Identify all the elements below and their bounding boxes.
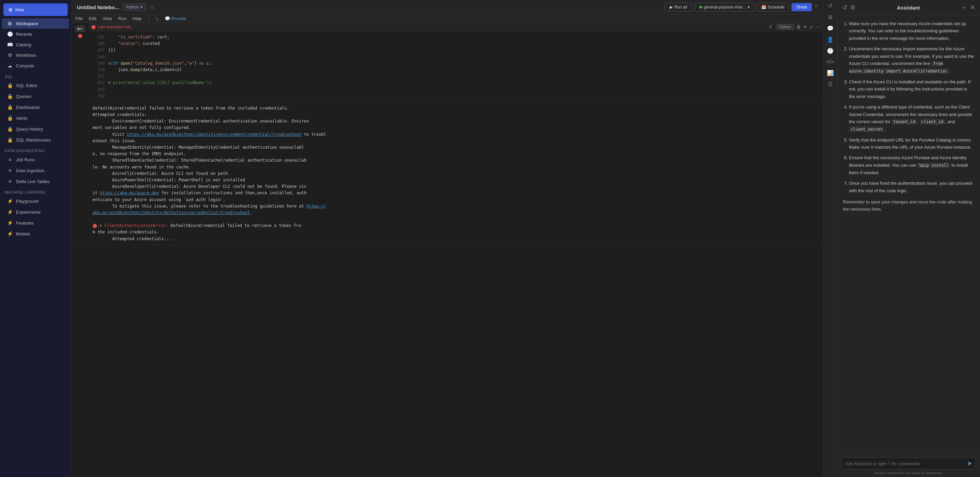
sidebar-item-compute[interactable]: ☁ Compute bbox=[2, 60, 69, 71]
provide-button[interactable]: 💬 Provide bbox=[165, 16, 186, 21]
panel-toggle-icon[interactable]: ☰ bbox=[828, 81, 833, 87]
assistant-close-button[interactable]: ✕ bbox=[970, 4, 975, 11]
main-content: Untitled Notebo... Python ▾ ☆ ▶ Run all … bbox=[72, 0, 823, 477]
new-button[interactable]: ⊕ New bbox=[3, 3, 68, 16]
azure-dev-link[interactable]: https://aka.ms/azure-dev bbox=[100, 191, 159, 195]
sidebar-item-catalog[interactable]: 📖 Catalog bbox=[2, 40, 69, 50]
features-icon: ⚡ bbox=[7, 220, 13, 226]
cell-language-badge: Python bbox=[776, 24, 794, 30]
run-all-label: Run all bbox=[675, 5, 687, 10]
run-all-button[interactable]: ▶ Run all bbox=[665, 3, 692, 11]
lock-icon-query-history: 🔒 bbox=[7, 126, 13, 132]
sidebar-item-job-runs[interactable]: ≡ Job Runs bbox=[2, 154, 69, 165]
assistant-step-6: Ensure that the necessary Azure Purview … bbox=[849, 154, 975, 176]
version-history-icon[interactable]: 🕐 bbox=[827, 48, 834, 54]
cell-run-button[interactable]: ▶▾ bbox=[75, 25, 85, 32]
sidebar-item-alerts[interactable]: 🔒 Alerts bbox=[2, 113, 69, 123]
workspace-icon: ⊞ bbox=[7, 21, 13, 26]
sidebar-item-features[interactable]: ⚡ Features bbox=[2, 218, 69, 228]
cell-delete-button[interactable]: 🗑 bbox=[796, 24, 801, 30]
assistant-steps-list: Make sure you have the necessary Azure c… bbox=[843, 20, 975, 194]
sidebar-item-delta-live-tables[interactable]: ≡ Delta Live Tables bbox=[2, 176, 69, 186]
data-ingestion-label: Data Ingestion bbox=[16, 168, 45, 173]
code-tenant-id: tenant_id bbox=[891, 119, 917, 124]
sidebar-item-workspace[interactable]: ⊞ Workspace bbox=[2, 18, 69, 29]
sql-warehouses-label: SQL Warehouses bbox=[16, 137, 51, 143]
cell-more-button[interactable]: ⋯ bbox=[815, 24, 820, 30]
env-credential-link[interactable]: https://aka.ms/azsdk/python/identity/env… bbox=[127, 132, 301, 137]
sidebar-item-dashboards[interactable]: 🔒 Dashboards bbox=[2, 102, 69, 112]
notebook-title: Untitled Notebo... bbox=[77, 5, 119, 10]
queries-label: Queries bbox=[16, 94, 32, 99]
settings-icon[interactable]: ⚙ bbox=[828, 14, 833, 21]
cell-expand-button[interactable]: ⤢ bbox=[809, 24, 813, 30]
schedule-button[interactable]: 📅 Schedule bbox=[757, 3, 789, 11]
favorite-star-icon[interactable]: ☆ bbox=[150, 4, 154, 11]
sidebar-item-queries[interactable]: 🔒 Queries bbox=[2, 91, 69, 102]
default-cred-link[interactable]: https:// aka.ms/azsdk/python/identity/de… bbox=[92, 204, 326, 215]
assistant-send-button[interactable]: ➤ bbox=[967, 460, 972, 467]
execution-count: 4 bbox=[769, 24, 772, 29]
play-icon: ▶ bbox=[670, 5, 673, 10]
experiments-icon: ⚡ bbox=[7, 209, 13, 215]
assistant-step-7: Once you have fixed the authentication i… bbox=[849, 180, 975, 194]
cluster-selector[interactable]: general-purpose-shar... ▾ bbox=[695, 3, 754, 11]
sidebar-item-recents[interactable]: 🕐 Recents bbox=[2, 29, 69, 39]
menu-file[interactable]: File bbox=[76, 16, 83, 21]
assistant-footer: ➤ Always review the accuracy of response… bbox=[837, 453, 980, 477]
cluster-status-dot bbox=[699, 6, 702, 8]
history-icon[interactable]: ↺ bbox=[828, 3, 832, 9]
menu-help[interactable]: Help bbox=[132, 16, 142, 21]
alerts-label: Alerts bbox=[16, 116, 27, 121]
divider: | bbox=[148, 16, 150, 21]
assistant-step-4: If you're using a different type of cred… bbox=[849, 103, 975, 133]
assistant-disclaimer: Always review the accuracy of responses. bbox=[842, 471, 976, 475]
lock-icon-dashboards: 🔒 bbox=[7, 105, 13, 110]
sidebar-item-data-ingestion[interactable]: ≡ Data Ingestion bbox=[2, 165, 69, 176]
cell-code-editor[interactable]: 345 "is_certified": cert, 346 "status": … bbox=[89, 31, 823, 102]
sidebar-item-sql-warehouses[interactable]: 🔒 SQL Warehouses bbox=[2, 135, 69, 145]
cell-sparkle-button[interactable]: ✦ bbox=[803, 24, 807, 30]
comments-icon[interactable]: 💬 bbox=[827, 25, 834, 32]
cluster-label: general-purpose-shar... bbox=[704, 5, 746, 10]
sidebar-item-models[interactable]: ⚡ Models bbox=[2, 229, 69, 239]
assistant-new-chat-button[interactable]: ＋ bbox=[961, 3, 967, 11]
dashboards-label: Dashboards bbox=[16, 105, 40, 110]
language-selector[interactable]: Python ▾ bbox=[123, 3, 146, 11]
chart-icon[interactable]: 📊 bbox=[827, 70, 834, 76]
sidebar: ⊕ New ⊞ Workspace 🕐 Recents 📖 Catalog ⚙ … bbox=[0, 0, 72, 477]
data-ingestion-icon: ≡ bbox=[7, 168, 13, 173]
user-icon[interactable]: 👤 bbox=[827, 37, 834, 43]
recents-icon: 🕐 bbox=[7, 31, 13, 37]
sql-section-label: SQL bbox=[0, 71, 71, 80]
collapse-button[interactable]: ^ bbox=[815, 4, 817, 10]
chevron-down-icon: ▾ bbox=[140, 5, 143, 10]
code-client-secret: client_secret bbox=[849, 127, 885, 132]
compute-icon: ☁ bbox=[7, 63, 13, 68]
models-label: Models bbox=[16, 231, 30, 237]
sidebar-item-query-history[interactable]: 🔒 Query History bbox=[2, 124, 69, 134]
assistant-settings-button[interactable]: ⚙ bbox=[850, 4, 856, 11]
assistant-step-3: Check if the Azure CLI is installed and … bbox=[849, 78, 975, 100]
assistant-step-2: Uncomment the necessary import statement… bbox=[849, 45, 975, 75]
lock-icon-alerts: 🔒 bbox=[7, 115, 13, 121]
sidebar-item-playground[interactable]: ⚡ Playground bbox=[2, 196, 69, 206]
workflows-icon: ⚙ bbox=[7, 52, 13, 58]
menu-view[interactable]: View bbox=[102, 16, 112, 21]
plus-icon: ⊕ bbox=[8, 6, 13, 13]
assistant-input[interactable] bbox=[845, 461, 964, 466]
sidebar-item-sql-editor[interactable]: 🔒 SQL Editor bbox=[2, 80, 69, 91]
menu-run[interactable]: Run bbox=[118, 16, 126, 21]
menu-edit[interactable]: Edit bbox=[89, 16, 96, 21]
sidebar-catalog-label: Catalog bbox=[16, 42, 31, 47]
assistant-history-button[interactable]: ↺ bbox=[842, 4, 847, 11]
sidebar-item-workflows[interactable]: ⚙ Workflows bbox=[2, 50, 69, 60]
sidebar-item-experiments[interactable]: ⚡ Experiments bbox=[2, 207, 69, 217]
code-icon[interactable]: </> bbox=[826, 59, 834, 65]
assistant-step-1: Make sure you have the necessary Azure c… bbox=[849, 20, 975, 42]
share-button[interactable]: Share bbox=[791, 3, 812, 11]
assistant-closing-text: Remember to save your changes and rerun … bbox=[843, 198, 975, 213]
provide-label: Provide bbox=[171, 16, 186, 21]
assistant-title: Assistant bbox=[858, 5, 959, 11]
lock-icon-sql-warehouses: 🔒 bbox=[7, 137, 13, 143]
